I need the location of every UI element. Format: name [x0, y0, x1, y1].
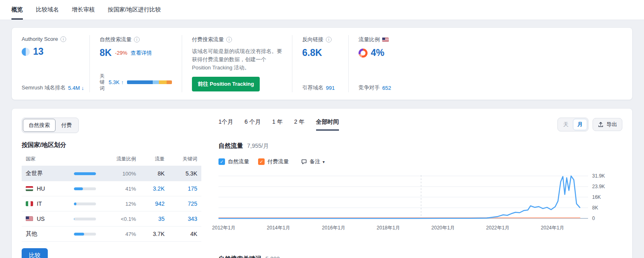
organic-traffic-checkbox[interactable]: ✓自然流量 [218, 158, 249, 165]
geo-row-other[interactable]: 其他 47% 3.7K 4K [22, 227, 201, 242]
checkbox-checked-icon: ✓ [218, 158, 225, 165]
traffic-link[interactable]: 942 [136, 200, 165, 207]
us-flag-icon [382, 38, 389, 42]
traffic-link[interactable]: 35 [136, 216, 165, 222]
paid-toggle-button[interactable]: 付费 [56, 119, 78, 132]
range-tab-all-time[interactable]: 全部时间 [316, 118, 339, 131]
geo-section-title: 按国家/地区划分 [22, 141, 66, 149]
chart-legend: ✓自然流量 ✓付费流量 备注 ▾ [218, 158, 622, 165]
view-details-link[interactable]: 查看详情 [131, 49, 152, 57]
share-bar [74, 233, 96, 236]
svg-text:0: 0 [592, 216, 595, 221]
italy-flag-icon [26, 201, 33, 206]
traffic-share-value: 4% [371, 47, 384, 58]
day-toggle-button[interactable]: 天 [559, 119, 573, 130]
x-axis-label: 2014年1月 [267, 225, 290, 231]
traffic-link[interactable]: 3.2K [136, 185, 165, 192]
authority-gauge-icon [22, 48, 30, 56]
country-name: IT [37, 200, 42, 207]
svg-text:8K: 8K [592, 205, 598, 211]
geo-panel: 自然搜索 付费 按国家/地区划分 国家 流量比例 流量 关键词 全世界 100%… [22, 118, 201, 258]
compare-button[interactable]: 比较 [22, 248, 48, 258]
svg-text:23.9K: 23.9K [592, 184, 605, 189]
keywords-link[interactable]: 725 [165, 200, 197, 207]
trend-panel: 1个月 6 个月 1 年 2 年 全部时间 天 月 导出 自然流量 7,955/… [218, 118, 622, 258]
header-country[interactable]: 国家 [26, 156, 74, 162]
authority-score-value: 13 [33, 46, 44, 57]
checkbox-checked-icon: ✓ [258, 158, 265, 165]
geo-table: 国家 流量比例 流量 关键词 全世界 100% 8K 5.3K HU 41% [22, 152, 201, 242]
keywords-count-link[interactable]: 5.3K ↑ [109, 79, 124, 85]
share-bar [74, 172, 96, 175]
paid-traffic-empty-message: 该域名可能是新的或现在没有排名。要获得付费流量的数据，创建一个 Position… [192, 47, 282, 72]
referring-domains-link[interactable]: 991 [326, 85, 335, 91]
info-icon[interactable]: i [226, 37, 232, 42]
tab-compare-by-country[interactable]: 按国家/地区进行比较 [108, 0, 161, 20]
keywords-value: 5.3K [165, 170, 197, 177]
notes-dropdown[interactable]: 备注 ▾ [301, 158, 325, 165]
keywords-value: 4K [165, 231, 197, 237]
notes-bubble-icon [301, 159, 307, 165]
organic-traffic-delta: -29% [115, 50, 127, 56]
info-icon[interactable]: i [326, 37, 332, 42]
legend-label: 付费流量 [267, 158, 289, 165]
domain-rank-label: Semrush 域名排名 [22, 84, 66, 91]
organic-traffic-block: 自然搜索流量 i 8K -29% 查看详情 关键词 5.3K ↑ [89, 35, 182, 92]
geo-row-us[interactable]: US <0.1% 35 343 [22, 211, 201, 227]
us-flag-icon [26, 216, 33, 221]
competitors-link[interactable]: 652 [382, 85, 391, 91]
svg-text:31.9K: 31.9K [592, 173, 605, 179]
share-bar [74, 202, 96, 205]
keywords-link[interactable]: 175 [165, 185, 197, 192]
info-icon[interactable]: i [134, 37, 140, 42]
tab-growth-audit[interactable]: 增长审核 [72, 0, 95, 20]
metrics-card-spacer [419, 35, 632, 92]
header-traffic[interactable]: 流量 [136, 156, 165, 162]
tab-compare-domains[interactable]: 比较域名 [36, 0, 59, 20]
share-bar [74, 187, 96, 190]
organic-traffic-title: 自然搜索流量 [100, 36, 131, 43]
export-icon [598, 122, 604, 127]
keywords-link[interactable]: 343 [165, 216, 197, 222]
domain-rank-link[interactable]: 5.4M ↓ [68, 85, 84, 91]
chevron-down-icon: ▾ [323, 160, 325, 164]
export-button[interactable]: 导出 [593, 118, 622, 131]
tab-overview[interactable]: 概览 [11, 0, 23, 20]
keywords-label: 关键词 [100, 73, 105, 91]
hungary-flag-icon [26, 186, 33, 191]
paid-traffic-block: 付费搜索流量 i 该域名可能是新的或现在没有排名。要获得付费流量的数据，创建一个… [182, 35, 292, 92]
info-icon[interactable]: i [60, 36, 66, 42]
geo-row-it[interactable]: IT 12% 942 725 [22, 196, 201, 211]
legend-label: 自然流量 [228, 158, 249, 165]
geo-row-worldwide[interactable]: 全世界 100% 8K 5.3K [22, 166, 201, 181]
channel-toggle: 自然搜索 付费 [22, 118, 79, 133]
geo-row-hu[interactable]: HU 41% 3.2K 175 [22, 181, 201, 196]
organic-toggle-button[interactable]: 自然搜索 [23, 119, 56, 132]
granularity-toggle: 天 月 [557, 118, 588, 131]
range-tab-6-months[interactable]: 6 个月 [245, 118, 261, 131]
x-axis-label: 2020年1月 [431, 225, 455, 231]
header-keywords[interactable]: 关键词 [165, 156, 197, 162]
organic-keywords-count: 5,282 [265, 256, 280, 258]
share-percent: 12% [125, 201, 136, 207]
share-percent: <0.1% [121, 216, 136, 222]
notes-label: 备注 [310, 158, 320, 165]
paid-traffic-title: 付费搜索流量 [192, 36, 224, 43]
x-axis-label: 2024年1月 [541, 225, 564, 231]
svg-text:16K: 16K [592, 194, 601, 200]
traffic-share-title: 流量比例 [359, 36, 380, 43]
referring-domains-label: 引荐域名 [302, 84, 323, 91]
traffic-value: 3.7K [136, 231, 165, 237]
backlinks-title: 反向链接 [302, 36, 323, 43]
header-traffic-share[interactable]: 流量比例 [74, 156, 136, 162]
traffic-trend-chart: 31.9K23.9K16K8K0 2012年1月2014年1月2016年1月20… [218, 173, 613, 231]
competitors-label: 竞争对手 [359, 84, 380, 91]
range-tab-1-year[interactable]: 1 年 [272, 118, 283, 131]
range-tab-2-years[interactable]: 2 年 [294, 118, 305, 131]
range-tab-1-month[interactable]: 1个月 [218, 118, 233, 131]
paid-traffic-checkbox[interactable]: ✓付费流量 [258, 158, 289, 165]
backlinks-value: 6.8K [302, 47, 322, 58]
month-toggle-button[interactable]: 月 [573, 119, 587, 130]
x-axis-label: 2022年1月 [486, 225, 509, 231]
position-tracking-button[interactable]: 前往 Position Tracking [192, 77, 260, 91]
